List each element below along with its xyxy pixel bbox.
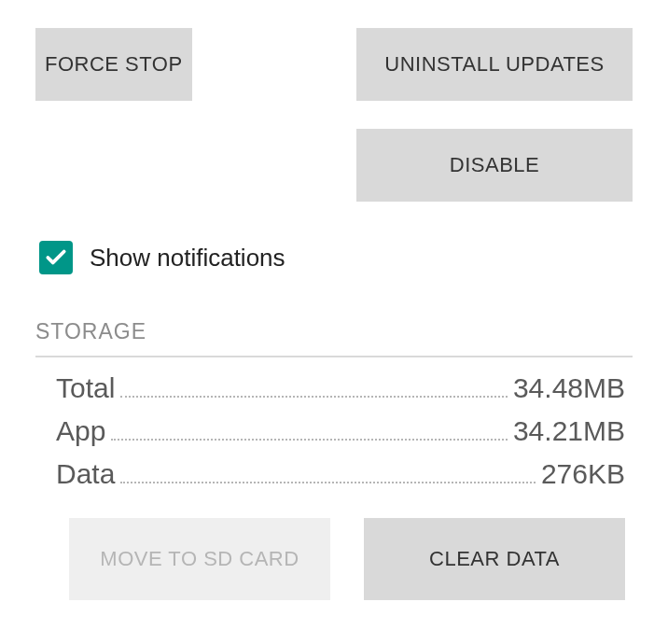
storage-value: 34.48MB: [513, 372, 625, 404]
force-stop-button[interactable]: FORCE STOP: [35, 28, 192, 101]
checkmark-icon: [44, 245, 68, 270]
storage-row-total: Total 34.48MB: [56, 372, 625, 404]
storage-section-header: STORAGE: [35, 319, 633, 344]
storage-dots: [111, 439, 508, 441]
storage-label: Total: [56, 372, 115, 404]
storage-row-data: Data 276KB: [56, 458, 625, 490]
disable-button[interactable]: DISABLE: [356, 129, 633, 202]
storage-row-app: App 34.21MB: [56, 415, 625, 447]
show-notifications-label: Show notifications: [90, 244, 285, 273]
storage-list: Total 34.48MB App 34.21MB Data 276KB: [35, 372, 633, 490]
clear-data-button[interactable]: CLEAR DATA: [364, 518, 625, 600]
show-notifications-checkbox[interactable]: [39, 241, 73, 274]
uninstall-updates-button[interactable]: UNINSTALL UPDATES: [356, 28, 633, 101]
storage-dots: [120, 482, 536, 483]
show-notifications-row: Show notifications: [39, 241, 633, 274]
storage-divider: [35, 356, 633, 357]
storage-value: 34.21MB: [513, 415, 625, 447]
bottom-button-row: MOVE TO SD CARD CLEAR DATA: [35, 518, 633, 600]
top-button-row: FORCE STOP UNINSTALL UPDATES DISABLE: [35, 28, 633, 202]
storage-value: 276KB: [541, 458, 625, 490]
storage-dots: [120, 396, 508, 398]
storage-label: Data: [56, 458, 115, 490]
move-to-sd-button: MOVE TO SD CARD: [69, 518, 330, 600]
storage-label: App: [56, 415, 105, 447]
